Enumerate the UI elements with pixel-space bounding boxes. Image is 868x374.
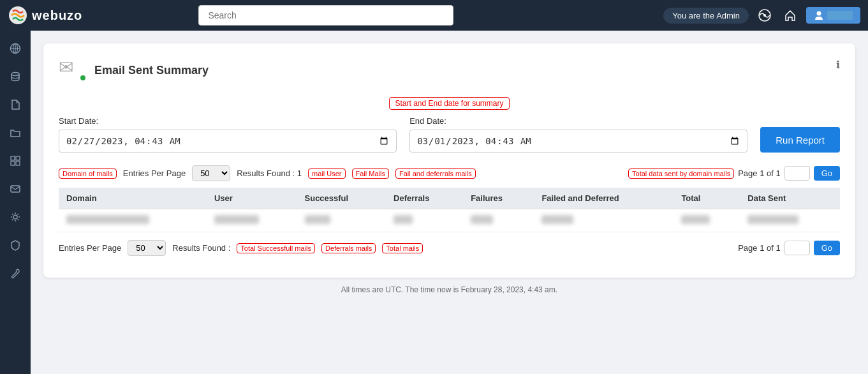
start-date-group: Start Date: (59, 116, 397, 153)
date-annotation: Start and End date for summary (389, 97, 509, 110)
col-failures: Failures (463, 188, 534, 209)
admin-badge: You are the Admin (663, 8, 749, 24)
end-date-input[interactable] (409, 130, 747, 153)
col-domain: Domain (59, 188, 207, 209)
svg-rect-13 (11, 186, 20, 192)
user-value (214, 215, 259, 224)
sidebar-item-shield[interactable] (4, 234, 27, 257)
fail-deferrals-annotation: Fail and deferrals mails (395, 168, 476, 179)
cell-deferrals (386, 209, 463, 232)
sidebar-item-file[interactable] (4, 93, 27, 116)
layout: ✉ Email Sent Summary ℹ Start and End dat… (0, 31, 868, 374)
shield-icon (10, 239, 21, 251)
bottom-page-input[interactable] (784, 241, 810, 255)
col-data-sent: Data Sent (740, 188, 840, 209)
start-date-label: Start Date: (59, 116, 397, 126)
bottom-table-controls: Entries Per Page 50 25 100 Results Found… (59, 240, 840, 256)
run-report-button[interactable]: Run Report (760, 127, 840, 153)
page-info: Total data sent by domain mails Page 1 o… (628, 166, 840, 181)
bottom-entries-label: Entries Per Page (59, 243, 121, 253)
deferrals-value (394, 215, 413, 224)
cell-successful (297, 209, 386, 232)
wordpress-icon-btn[interactable] (755, 6, 774, 25)
email-envelope-icon: ✉ (59, 57, 73, 77)
total-success-annotation: Total Successfull mails (237, 243, 315, 253)
file-icon (10, 99, 21, 110)
cell-total (673, 209, 740, 232)
domain-value (66, 215, 149, 224)
user-menu-btn[interactable] (806, 7, 860, 24)
page-title: Email Sent Summary (94, 64, 209, 77)
bottom-results-text: Results Found : (172, 243, 230, 253)
footer-text: All times are UTC. The time now is Febru… (341, 285, 557, 294)
results-found-text: Results Found : (237, 168, 295, 178)
home-icon (784, 9, 797, 22)
table-body (59, 209, 840, 232)
home-icon-btn[interactable] (781, 6, 800, 25)
table-head: Domain User Successful Deferrals Failure… (59, 188, 840, 209)
total-mails-annotation: Total mails (382, 243, 423, 253)
main-content: ✉ Email Sent Summary ℹ Start and End dat… (31, 31, 868, 374)
results-found-label: Results Found : 1 (237, 168, 302, 178)
svg-point-8 (11, 73, 19, 76)
sidebar-item-folder[interactable] (4, 121, 27, 144)
deferrals-annotation: Deferrals mails (321, 243, 376, 253)
svg-point-14 (13, 215, 17, 219)
sidebar-item-email[interactable] (4, 177, 27, 200)
cell-failed-deferred (534, 209, 673, 232)
logo-icon (8, 5, 28, 26)
cell-data-sent (740, 209, 840, 232)
go-button-bottom[interactable]: Go (814, 241, 840, 255)
sidebar-item-database[interactable] (4, 65, 27, 88)
fail-mails-annotation: Fail Mails (352, 168, 389, 179)
date-section: Start and End date for summary Start Dat… (59, 97, 840, 153)
sidebar (0, 31, 31, 374)
end-date-label: End Date: (409, 116, 747, 126)
data-table: Domain User Successful Deferrals Failure… (59, 188, 840, 232)
go-button-top[interactable]: Go (814, 166, 840, 181)
search-input[interactable] (198, 5, 453, 26)
footer: All times are UTC. The time now is Febru… (43, 278, 855, 298)
gear-icon (10, 211, 21, 223)
page-input[interactable] (784, 166, 810, 181)
table-section: Domain of mails Entries Per Page 50 25 1… (59, 165, 840, 256)
cell-failures (463, 209, 534, 232)
date-annotation-container: Start and End date for summary (59, 97, 840, 110)
failures-value (471, 215, 493, 224)
cell-user (207, 209, 297, 232)
user-label (827, 11, 853, 20)
entries-select[interactable]: 50 25 100 (192, 165, 230, 181)
email-header: ✉ Email Sent Summary ℹ (59, 59, 840, 82)
bottom-entries-select[interactable]: 50 25 100 (128, 240, 166, 256)
results-found-value: 1 (297, 168, 302, 178)
sidebar-item-grid[interactable] (4, 149, 27, 172)
end-date-group: End Date: (409, 116, 747, 153)
domain-annotation: Domain of mails (59, 168, 117, 179)
total-value (681, 215, 710, 224)
successful-value (305, 215, 330, 224)
bottom-results-label: Results Found : (172, 243, 230, 253)
start-date-input[interactable] (59, 130, 397, 153)
data-sent-value (747, 215, 798, 224)
status-dot (79, 74, 87, 82)
page-of-label: Page 1 of 1 (738, 168, 781, 178)
sidebar-item-globe[interactable] (4, 37, 27, 60)
main-card: ✉ Email Sent Summary ℹ Start and End dat… (43, 43, 855, 278)
nav-right: You are the Admin (663, 6, 860, 25)
col-failed-deferred: Failed and Deferred (534, 188, 673, 209)
wrench-icon (10, 267, 21, 279)
col-total: Total (673, 188, 740, 209)
info-icon[interactable]: ℹ (836, 59, 840, 71)
globe-icon (10, 43, 21, 54)
bottom-page-label: Page 1 of 1 (738, 243, 781, 253)
svg-rect-10 (16, 156, 20, 160)
sidebar-item-gear[interactable] (4, 206, 27, 228)
grid-icon (10, 155, 21, 167)
email-icon (10, 183, 21, 195)
wordpress-icon (758, 9, 771, 22)
svg-point-3 (816, 11, 821, 16)
logo-text: webuzo (32, 8, 82, 23)
svg-point-2 (763, 14, 766, 17)
sidebar-item-wrench[interactable] (4, 262, 27, 285)
user-icon (814, 10, 824, 20)
